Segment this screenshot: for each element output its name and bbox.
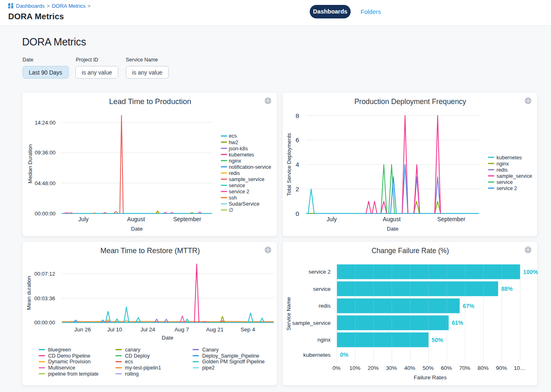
svg-text:Jun 26: Jun 26: [74, 326, 91, 333]
svg-text:Median Duration: Median Duration: [27, 144, 33, 183]
svg-text:80%: 80%: [478, 365, 489, 371]
svg-text:canary: canary: [125, 347, 141, 353]
svg-text:09:36:00: 09:36:00: [35, 150, 56, 156]
svg-text:August: August: [383, 216, 401, 222]
svg-text:kubernetes: kubernetes: [229, 152, 254, 158]
svg-text:json-k8s: json-k8s: [229, 146, 248, 152]
svg-text:my-test-pipelin1: my-test-pipelin1: [125, 365, 161, 371]
svg-text:Date: Date: [131, 226, 143, 232]
svg-text:nginx: nginx: [317, 337, 331, 343]
svg-text:0%: 0%: [333, 365, 341, 371]
svg-text:00:03:36: 00:03:36: [34, 295, 55, 301]
svg-text:Multiservice: Multiservice: [48, 365, 75, 371]
svg-text:70%: 70%: [459, 365, 470, 371]
svg-text:Mean Time to Restore (MTTR): Mean Time to Restore (MTTR): [100, 246, 200, 255]
svg-text:Canary: Canary: [202, 347, 219, 353]
svg-text:50%: 50%: [423, 365, 434, 371]
svg-text:nginx: nginx: [229, 158, 242, 164]
svg-text:sample_service: sample_service: [229, 177, 265, 182]
svg-text:sample_service: sample_service: [497, 173, 532, 179]
svg-text:10…: 10…: [514, 365, 526, 371]
svg-text:nginx: nginx: [497, 161, 509, 167]
svg-text:July: July: [327, 216, 337, 222]
svg-text:sample_service: sample_service: [292, 320, 331, 326]
svg-text:Service Name: Service Name: [286, 297, 292, 331]
svg-text:Sep 4: Sep 4: [240, 326, 255, 333]
svg-text:ecs: ecs: [125, 359, 133, 365]
svg-text:Total Service Deployments: Total Service Deployments: [286, 133, 292, 196]
svg-text:hw2: hw2: [229, 140, 238, 145]
svg-text:Date: Date: [387, 226, 399, 232]
svg-text:notification-service: notification-service: [229, 164, 272, 170]
svg-text:ecs: ecs: [229, 133, 237, 139]
svg-text:30%: 30%: [386, 365, 397, 371]
svg-text:90%: 90%: [496, 365, 507, 371]
svg-text:60%: 60%: [441, 365, 452, 371]
svg-text:8: 8: [295, 112, 299, 119]
svg-text:pipe2: pipe2: [202, 365, 215, 371]
svg-text:kubernetes: kubernetes: [303, 352, 331, 358]
svg-text:service 2: service 2: [229, 189, 249, 195]
svg-text:Failure Rates: Failure Rates: [414, 374, 447, 381]
svg-text:SudarService: SudarService: [229, 201, 260, 207]
svg-text:100%: 100%: [523, 269, 538, 275]
svg-text:0: 0: [295, 210, 299, 217]
svg-text:Aug 7: Aug 7: [175, 326, 189, 333]
svg-text:∅: ∅: [229, 207, 234, 213]
svg-text:redis: redis: [319, 303, 331, 309]
svg-text:September: September: [437, 216, 465, 222]
svg-text:rolling: rolling: [125, 371, 138, 377]
svg-text:14:24:00: 14:24:00: [35, 120, 56, 126]
svg-text:service: service: [229, 183, 245, 188]
svg-text:service: service: [497, 179, 513, 185]
svg-text:service: service: [313, 286, 331, 292]
svg-text:00:00:00: 00:00:00: [34, 319, 55, 326]
svg-text:service 2: service 2: [497, 186, 517, 191]
svg-text:Production Deployment Frequenc: Production Deployment Frequency: [354, 97, 467, 106]
svg-text:August: August: [127, 216, 145, 222]
svg-text:Dynamic Provision: Dynamic Provision: [48, 359, 91, 365]
svg-text:ssh: ssh: [229, 195, 237, 201]
svg-text:Mean duration: Mean duration: [26, 276, 32, 310]
svg-text:July: July: [78, 216, 88, 222]
svg-text:Date: Date: [162, 335, 174, 341]
svg-text:Change Failure Rate (%): Change Failure Rate (%): [372, 246, 449, 255]
svg-text:Golden PM Signoff Pipeline: Golden PM Signoff Pipeline: [202, 359, 265, 365]
svg-text:6: 6: [295, 136, 299, 143]
svg-text:00:07:12: 00:07:12: [34, 271, 55, 277]
svg-text:50%: 50%: [432, 337, 444, 343]
svg-text:pipeline from template: pipeline from template: [48, 371, 99, 377]
svg-text:4: 4: [295, 161, 299, 168]
svg-text:redis: redis: [229, 170, 240, 176]
svg-text:CD Demo Pipeline: CD Demo Pipeline: [48, 353, 91, 359]
svg-text:88%: 88%: [501, 286, 513, 292]
svg-text:2: 2: [295, 186, 299, 193]
svg-text:20%: 20%: [367, 365, 379, 371]
svg-text:Jul 24: Jul 24: [141, 326, 156, 333]
svg-text:Jul 10: Jul 10: [107, 326, 122, 333]
svg-text:Deploy_Sample_Pipeline: Deploy_Sample_Pipeline: [202, 353, 259, 359]
svg-text:service 2: service 2: [308, 269, 331, 275]
svg-text:redis: redis: [497, 167, 508, 173]
svg-text:61%: 61%: [452, 319, 464, 326]
svg-text:0%: 0%: [340, 351, 349, 358]
svg-text:September: September: [173, 216, 202, 222]
svg-text:04:48:00: 04:48:00: [35, 180, 56, 186]
svg-text:67%: 67%: [463, 303, 475, 309]
svg-text:Lead Time to Production: Lead Time to Production: [109, 97, 191, 106]
svg-text:00:00:00: 00:00:00: [35, 211, 56, 217]
svg-text:CD Deploy: CD Deploy: [125, 353, 150, 359]
svg-text:kubernetes: kubernetes: [497, 155, 522, 161]
svg-text:10%: 10%: [349, 365, 361, 371]
svg-text:Aug 21: Aug 21: [206, 326, 224, 333]
svg-text:bluegreen: bluegreen: [48, 347, 71, 353]
svg-text:40%: 40%: [404, 365, 415, 371]
